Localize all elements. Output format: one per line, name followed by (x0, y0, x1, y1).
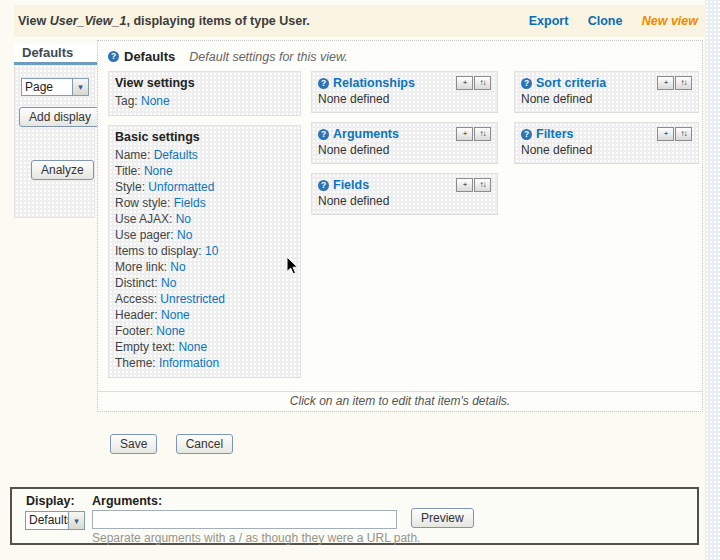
setting-row: Row style: Fields (115, 195, 294, 211)
setting-value-link[interactable]: Defaults (154, 148, 198, 162)
analyze-button[interactable]: Analyze (31, 160, 94, 180)
relationships-title-link[interactable]: Relationships (333, 76, 415, 90)
rearrange-icon[interactable]: ↑↓ (474, 76, 491, 90)
setting-row: Distinct: No (115, 275, 294, 291)
settings-column-2: ? Relationships + ↑↓ None defined ? Argu… (311, 71, 498, 224)
setting-value-link[interactable]: Information (159, 356, 219, 370)
rearrange-icon[interactable]: ↑↓ (675, 127, 692, 141)
view-action-links: Export Clone New view (513, 14, 698, 28)
setting-label: Use AJAX: (115, 212, 172, 226)
add-icon[interactable]: + (456, 76, 473, 90)
setting-label: Row style: (115, 196, 170, 210)
arguments-box: ? Arguments + ↑↓ None defined (311, 122, 498, 164)
save-button[interactable]: Save (110, 434, 157, 454)
help-icon[interactable]: ? (521, 78, 532, 89)
display-sidebar: Page ▾ Add display Analyze (14, 65, 95, 218)
setting-label: Use pager: (115, 228, 174, 242)
setting-value-link[interactable]: None (178, 340, 207, 354)
arguments-hint-text: Separate arguments with a / as though th… (92, 531, 420, 545)
setting-value-link[interactable]: Unformatted (148, 180, 214, 194)
add-display-button[interactable]: Add display (19, 107, 101, 127)
view-summary-text: View User_View_1, displaying items of ty… (18, 14, 310, 28)
fields-title-link[interactable]: Fields (333, 178, 369, 192)
setting-value-link[interactable]: None (161, 308, 190, 322)
help-icon[interactable]: ? (108, 51, 119, 62)
relationships-box: ? Relationships + ↑↓ None defined (311, 71, 498, 113)
chevron-down-icon: ▾ (68, 512, 84, 529)
display-header: ? Defaults Default settings for this vie… (108, 49, 348, 64)
add-icon[interactable]: + (456, 178, 473, 192)
cancel-button[interactable]: Cancel (176, 434, 233, 454)
help-icon[interactable]: ? (318, 129, 329, 140)
clone-link[interactable]: Clone (588, 14, 623, 28)
setting-row: Style: Unformatted (115, 179, 294, 195)
rearrange-icon[interactable]: ↑↓ (675, 76, 692, 90)
setting-row: Theme: Information (115, 355, 294, 371)
display-title: Defaults (124, 49, 175, 64)
edit-hint-text: Click on an item to edit that item's det… (98, 391, 702, 411)
fields-box: ? Fields + ↑↓ None defined (311, 173, 498, 215)
add-icon[interactable]: + (657, 127, 674, 141)
sort-criteria-title-link[interactable]: Sort criteria (536, 76, 606, 90)
help-icon[interactable]: ? (318, 180, 329, 191)
setting-label: Header: (115, 308, 158, 322)
setting-row: Empty text: None (115, 339, 294, 355)
setting-value-link[interactable]: Fields (174, 196, 206, 210)
form-actions: Save Cancel (110, 434, 248, 454)
export-link[interactable]: Export (529, 14, 569, 28)
sort-criteria-empty-text: None defined (521, 92, 692, 106)
add-display-type-select[interactable]: Page ▾ (21, 78, 89, 96)
select-value: Page (22, 79, 72, 95)
setting-label: Footer: (115, 324, 153, 338)
add-icon[interactable]: + (657, 76, 674, 90)
settings-column-1: View settings Tag: None Basic settings N… (108, 71, 301, 387)
setting-row: Header: None (115, 307, 294, 323)
setting-value-link[interactable]: Unrestricted (160, 292, 225, 306)
setting-value-link[interactable]: None (156, 324, 185, 338)
view-summary-bar: View User_View_1, displaying items of ty… (14, 5, 706, 37)
setting-value-link[interactable]: 10 (205, 244, 218, 258)
setting-label: Theme: (115, 356, 156, 370)
relationships-empty-text: None defined (318, 92, 491, 106)
chevron-down-icon: ▾ (72, 79, 88, 95)
summary-suffix: , displaying items of type User. (126, 14, 309, 28)
arguments-field-label: Arguments: (92, 494, 162, 508)
filters-title-link[interactable]: Filters (536, 127, 574, 141)
arguments-input[interactable] (92, 510, 397, 529)
select-value: Defaults (26, 512, 68, 529)
display-select-label: Display: (26, 494, 75, 508)
view-settings-title: View settings (115, 76, 294, 90)
setting-value-link[interactable]: None (141, 94, 170, 108)
filters-empty-text: None defined (521, 143, 692, 157)
setting-label: Access: (115, 292, 157, 306)
view-settings-box: View settings Tag: None (108, 71, 301, 116)
arguments-title-link[interactable]: Arguments (333, 127, 399, 141)
rearrange-icon[interactable]: ↑↓ (474, 178, 491, 192)
sort-criteria-box: ? Sort criteria + ↑↓ None defined (514, 71, 699, 113)
settings-column-3: ? Sort criteria + ↑↓ None defined ? Filt… (514, 71, 699, 173)
display-settings-panel: ? Defaults Default settings for this vie… (97, 40, 703, 412)
arguments-empty-text: None defined (318, 143, 491, 157)
setting-row: Name: Defaults (115, 147, 294, 163)
help-icon[interactable]: ? (318, 78, 329, 89)
preview-display-select[interactable]: Defaults ▾ (25, 511, 85, 530)
fields-empty-text: None defined (318, 194, 491, 208)
setting-value-link[interactable]: No (176, 212, 191, 226)
setting-row: More link: No (115, 259, 294, 275)
tab-defaults[interactable]: Defaults (14, 44, 103, 65)
rearrange-icon[interactable]: ↑↓ (474, 127, 491, 141)
page-background-texture (705, 0, 720, 560)
setting-value-link[interactable]: No (161, 276, 176, 290)
setting-row: Access: Unrestricted (115, 291, 294, 307)
view-name: User_View_1 (50, 14, 127, 28)
help-icon[interactable]: ? (521, 129, 532, 140)
setting-value-link[interactable]: No (170, 260, 185, 274)
setting-row: Items to display: 10 (115, 243, 294, 259)
setting-value-link[interactable]: None (144, 164, 173, 178)
filters-box: ? Filters + ↑↓ None defined (514, 122, 699, 164)
setting-label: Name: (115, 148, 150, 162)
new-view-link[interactable]: New view (642, 14, 698, 28)
preview-button[interactable]: Preview (411, 508, 474, 528)
setting-value-link[interactable]: No (177, 228, 192, 242)
add-icon[interactable]: + (456, 127, 473, 141)
